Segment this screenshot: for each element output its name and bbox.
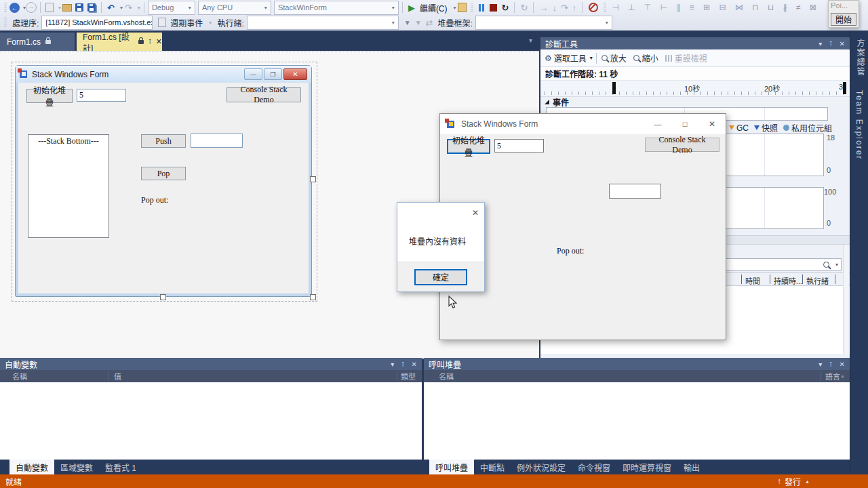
tab-form1-cs[interactable]: Form1.cs	[0, 33, 75, 51]
search-dropdown-icon[interactable]: ▾	[835, 262, 838, 268]
ok-button[interactable]: 確定	[414, 269, 467, 285]
tab-locals[interactable]: 區域變數	[54, 460, 99, 474]
process-dropdown[interactable]: [11872] StackWinForm.vshost.ex▾	[41, 16, 153, 30]
filter-threads-icon[interactable]: ▼	[404, 18, 411, 28]
tab-breakpoints[interactable]: 中斷點	[474, 460, 511, 474]
minimize-button[interactable]: —	[244, 68, 262, 80]
col-type[interactable]: 類型	[401, 371, 416, 382]
call-stack-header[interactable]: 呼叫堆疊 ▾ ⊺ ✕	[424, 358, 850, 370]
stop-debugging-icon[interactable]	[490, 4, 497, 12]
select-tool-button[interactable]: 選取工具	[554, 52, 587, 64]
console-stack-demo-button[interactable]: Console Stack Demo	[226, 87, 301, 102]
window-position-icon[interactable]: ▾	[391, 361, 394, 368]
zoom-in-button[interactable]: 放大	[610, 52, 627, 64]
close-button[interactable]: ✕	[698, 114, 726, 134]
publish-button[interactable]: ↑ 發行 ▲	[777, 476, 810, 487]
window-position-icon[interactable]: ▾	[818, 361, 822, 368]
minimize-button[interactable]: —	[644, 114, 671, 134]
restart-icon[interactable]: ↻	[502, 3, 509, 13]
tab-form1-cs-design[interactable]: Form1.cs [設計] ⊺ ✕	[77, 33, 162, 51]
diagnostics-header[interactable]: 診斷工具 ▾ ⊺ ✕	[540, 37, 850, 49]
resize-handle-corner[interactable]	[310, 294, 316, 300]
solution-platforms-dropdown[interactable]: Any CPU▾	[198, 1, 271, 15]
push-value-input[interactable]	[609, 184, 661, 199]
designer-form-window[interactable]: Stack Windows Form — ❐ ✕ 初始化堆疊 Console S…	[15, 65, 312, 297]
close-button[interactable]: ✕	[283, 68, 307, 80]
message-box-window[interactable]: ✕ 堆疊內沒有資料 確定	[397, 202, 485, 292]
tab-immediate-window[interactable]: 即時運算視窗	[616, 460, 677, 474]
col-language[interactable]: 語言	[825, 371, 840, 382]
continue-label[interactable]: 繼續(C)	[420, 2, 448, 14]
disable-breakpoints-icon[interactable]	[589, 3, 598, 12]
pin-icon[interactable]: ⊺	[829, 361, 832, 368]
events-section-header[interactable]: 事件	[540, 97, 850, 107]
timeline-ruler[interactable]: 10秒 20秒 3	[540, 81, 850, 97]
document-list-chevron-icon[interactable]: ▾	[529, 37, 532, 44]
attach-process-icon[interactable]	[458, 3, 467, 12]
stack-listbox[interactable]: ---Stack Bottom---	[28, 134, 109, 238]
undo-dropdown-icon[interactable]: ▾	[120, 5, 123, 11]
tab-exception-settings[interactable]: 例外狀況設定	[511, 460, 572, 474]
start-button[interactable]: 開始	[831, 13, 856, 26]
search-icon[interactable]	[823, 262, 829, 268]
tab-call-stack[interactable]: 呼叫堆疊	[429, 460, 474, 474]
undo-icon[interactable]: ↶	[107, 3, 115, 13]
window-position-icon[interactable]: ▾	[818, 40, 822, 47]
listbox-item[interactable]: ---Stack Bottom---	[28, 136, 108, 146]
close-icon[interactable]: ✕	[412, 361, 417, 368]
continue-icon[interactable]: ▶	[408, 3, 415, 13]
resize-handle-right[interactable]	[310, 176, 316, 182]
pin-icon[interactable]: ⊺	[829, 40, 832, 47]
runtime-titlebar[interactable]: Stack Windows Form — □ ✕	[440, 114, 726, 134]
thread-dropdown[interactable]: ▾	[247, 16, 399, 30]
diag-scrollbar[interactable]	[843, 245, 849, 354]
maximize-button[interactable]: ❐	[264, 68, 282, 80]
close-icon[interactable]: ✕	[840, 40, 845, 47]
maximize-button[interactable]: □	[671, 114, 698, 134]
sidebar-tab-team-explorer[interactable]: Team Explorer	[854, 90, 864, 160]
init-count-input[interactable]	[77, 89, 126, 102]
close-icon[interactable]: ✕	[840, 361, 845, 368]
solution-configurations-dropdown[interactable]: Debug▾	[148, 1, 195, 15]
tab-output[interactable]: 輸出	[677, 460, 706, 474]
col-name[interactable]: 名稱	[12, 371, 27, 382]
tab-command-window[interactable]: 命令視窗	[572, 460, 616, 474]
col-value[interactable]: 值	[114, 371, 121, 382]
sidebar-tab-solution-explorer[interactable]: 方案總管	[854, 39, 866, 77]
push-button[interactable]: Push	[141, 134, 186, 148]
poi-title[interactable]: Poi...	[829, 1, 859, 10]
pin-icon[interactable]: ⊺	[149, 38, 152, 45]
navigate-back-icon[interactable]: ←	[9, 3, 20, 13]
session-current-marker[interactable]	[843, 82, 846, 94]
autos-body[interactable]	[0, 382, 422, 460]
save-icon[interactable]	[75, 3, 83, 12]
designer-form-titlebar[interactable]: Stack Windows Form — ❐ ✕	[16, 66, 311, 83]
tab-watch-1[interactable]: 監看式 1	[99, 460, 142, 474]
save-all-icon[interactable]	[87, 3, 96, 12]
poi-window[interactable]: Poi... 開始	[828, 0, 859, 28]
console-stack-demo-button[interactable]: Console Stack Demo	[645, 138, 719, 152]
scroll-up-icon[interactable]: ▲	[840, 373, 845, 378]
col-time[interactable]: 時間	[745, 275, 760, 286]
open-file-icon[interactable]	[62, 4, 72, 12]
pin-icon[interactable]: ⊺	[401, 361, 404, 368]
pause-icon[interactable]	[479, 4, 484, 12]
zoom-out-button[interactable]: 縮小	[642, 52, 658, 64]
autos-header[interactable]: 自動變數 ▾ ⊺ ✕	[0, 358, 422, 370]
init-stack-button[interactable]: 初始化堆疊	[447, 139, 490, 154]
pop-button[interactable]: Pop	[141, 167, 186, 180]
col-name[interactable]: 名稱	[439, 371, 454, 382]
session-start-marker[interactable]	[612, 82, 616, 94]
tab-autos[interactable]: 自動變數	[9, 460, 54, 474]
startup-project-dropdown[interactable]: StackWinForm▾	[274, 1, 399, 15]
call-stack-body[interactable]	[424, 382, 850, 460]
continue-dropdown-icon[interactable]: ▾	[454, 5, 456, 11]
push-value-input[interactable]	[191, 134, 243, 148]
col-thread[interactable]: 執行緒	[806, 275, 829, 286]
resize-handle-bottom[interactable]	[160, 294, 166, 300]
init-count-input[interactable]	[494, 139, 544, 152]
init-stack-button[interactable]: 初始化堆疊	[26, 89, 73, 103]
col-duration[interactable]: 持續時...	[774, 275, 802, 286]
close-button[interactable]: ✕	[472, 208, 479, 218]
close-tab-icon[interactable]: ✕	[156, 37, 162, 46]
